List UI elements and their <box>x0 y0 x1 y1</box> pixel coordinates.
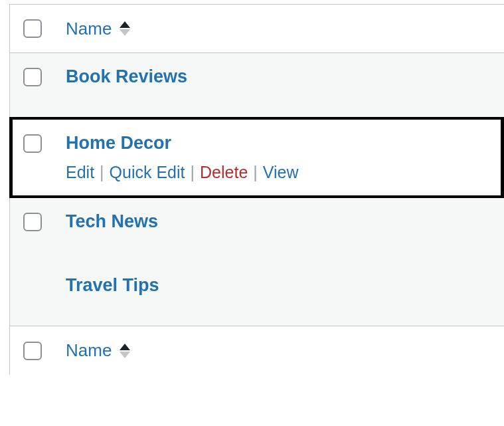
row-checkbox[interactable] <box>23 68 42 86</box>
view-link[interactable]: View <box>263 163 299 182</box>
row-title-link[interactable]: Home Decor <box>66 133 299 154</box>
categories-table: Name Book Reviews Home Decor Edit | Quic… <box>9 4 504 375</box>
table-row: Book Reviews <box>10 53 504 117</box>
row-content: Home Decor Edit | Quick Edit | Delete | … <box>66 133 299 182</box>
separator: | <box>185 163 201 182</box>
table-row: Travel Tips <box>10 262 504 326</box>
table-header-row: Name <box>10 4 504 53</box>
select-all-checkbox-top[interactable] <box>23 19 42 38</box>
select-all-checkbox-bottom[interactable] <box>23 342 42 360</box>
column-footer-name-link[interactable]: Name <box>66 340 112 361</box>
delete-link[interactable]: Delete <box>200 163 248 182</box>
row-content: Book Reviews <box>66 66 187 87</box>
column-header-name-link[interactable]: Name <box>66 19 112 39</box>
table-footer-row: Name <box>10 326 504 375</box>
column-header-name[interactable]: Name <box>66 19 130 39</box>
edit-link[interactable]: Edit <box>66 163 94 182</box>
separator: | <box>248 163 263 182</box>
row-content: Travel Tips <box>66 275 159 296</box>
row-content: Tech News <box>66 211 158 232</box>
row-title-link[interactable]: Tech News <box>66 211 158 232</box>
table-row: Tech News <box>10 198 504 262</box>
row-title-link[interactable]: Travel Tips <box>66 275 159 296</box>
separator: | <box>94 163 110 182</box>
sort-icon <box>120 344 130 358</box>
row-title-link[interactable]: Book Reviews <box>66 66 187 87</box>
row-checkbox[interactable] <box>23 213 42 231</box>
row-actions: Edit | Quick Edit | Delete | View <box>66 163 299 182</box>
table-row: Home Decor Edit | Quick Edit | Delete | … <box>9 117 504 198</box>
row-checkbox[interactable] <box>23 134 42 153</box>
column-footer-name[interactable]: Name <box>66 340 130 361</box>
sort-icon <box>120 21 130 36</box>
quick-edit-link[interactable]: Quick Edit <box>110 163 185 182</box>
